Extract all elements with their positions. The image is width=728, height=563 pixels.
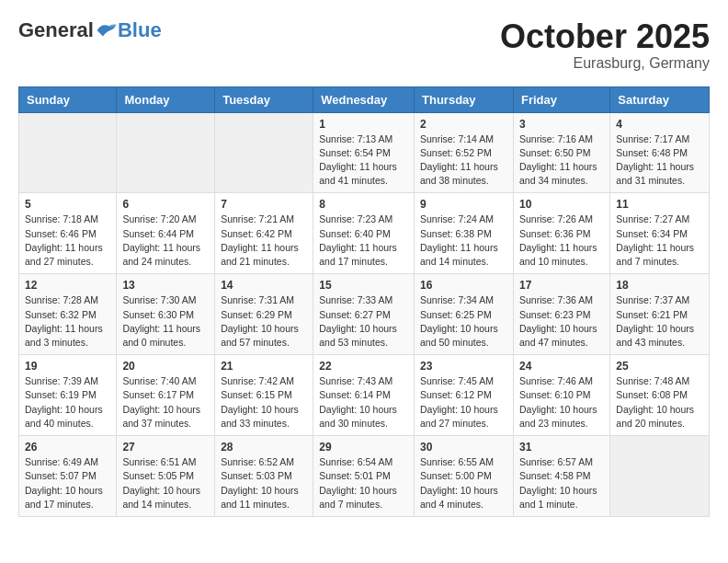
day-info: Sunrise: 7:42 AM Sunset: 6:15 PM Dayligh…: [221, 374, 307, 431]
calendar-week-row: 26Sunrise: 6:49 AM Sunset: 5:07 PM Dayli…: [19, 436, 710, 517]
calendar-cell: 19Sunrise: 7:39 AM Sunset: 6:19 PM Dayli…: [19, 355, 117, 436]
calendar-week-row: 1Sunrise: 7:13 AM Sunset: 6:54 PM Daylig…: [19, 112, 710, 193]
calendar-cell: 17Sunrise: 7:36 AM Sunset: 6:23 PM Dayli…: [513, 274, 609, 355]
day-number: 8: [319, 198, 408, 211]
day-number: 9: [420, 198, 507, 211]
day-info: Sunrise: 6:55 AM Sunset: 5:00 PM Dayligh…: [420, 455, 507, 511]
day-info: Sunrise: 7:28 AM Sunset: 6:32 PM Dayligh…: [25, 293, 110, 350]
calendar-cell: [215, 112, 313, 193]
calendar-cell: 28Sunrise: 6:52 AM Sunset: 5:03 PM Dayli…: [215, 436, 313, 517]
day-info: Sunrise: 7:24 AM Sunset: 6:38 PM Dayligh…: [420, 213, 507, 269]
day-number: 25: [616, 360, 703, 373]
day-number: 4: [616, 118, 703, 131]
calendar-cell: 6Sunrise: 7:20 AM Sunset: 6:44 PM Daylig…: [117, 193, 215, 274]
day-number: 21: [221, 360, 307, 373]
day-number: 22: [319, 360, 408, 373]
day-info: Sunrise: 7:34 AM Sunset: 6:25 PM Dayligh…: [420, 293, 507, 350]
logo-general-text: General: [18, 18, 94, 42]
day-info: Sunrise: 6:54 AM Sunset: 5:01 PM Dayligh…: [319, 455, 408, 511]
calendar-cell: 13Sunrise: 7:30 AM Sunset: 6:30 PM Dayli…: [117, 274, 215, 355]
weekday-header-wednesday: Wednesday: [313, 86, 415, 112]
day-info: Sunrise: 7:31 AM Sunset: 6:29 PM Dayligh…: [221, 293, 307, 350]
location-text: Eurasburg, Germany: [500, 55, 710, 72]
day-info: Sunrise: 6:49 AM Sunset: 5:07 PM Dayligh…: [25, 455, 110, 511]
day-info: Sunrise: 6:52 AM Sunset: 5:03 PM Dayligh…: [221, 455, 307, 511]
calendar-cell: 1Sunrise: 7:13 AM Sunset: 6:54 PM Daylig…: [313, 112, 415, 193]
calendar-cell: [610, 436, 710, 517]
month-title: October 2025: [500, 18, 710, 55]
day-info: Sunrise: 7:14 AM Sunset: 6:52 PM Dayligh…: [420, 132, 507, 189]
day-number: 30: [420, 441, 507, 454]
day-info: Sunrise: 7:18 AM Sunset: 6:46 PM Dayligh…: [25, 213, 110, 269]
day-number: 29: [319, 441, 408, 454]
day-number: 12: [25, 279, 110, 292]
day-info: Sunrise: 7:37 AM Sunset: 6:21 PM Dayligh…: [616, 293, 703, 350]
day-info: Sunrise: 7:45 AM Sunset: 6:12 PM Dayligh…: [420, 374, 507, 431]
day-info: Sunrise: 7:46 AM Sunset: 6:10 PM Dayligh…: [519, 374, 604, 431]
day-info: Sunrise: 7:16 AM Sunset: 6:50 PM Dayligh…: [519, 132, 604, 189]
logo-blue-text: Blue: [118, 18, 162, 42]
calendar-cell: 21Sunrise: 7:42 AM Sunset: 6:15 PM Dayli…: [215, 355, 313, 436]
calendar-cell: 23Sunrise: 7:45 AM Sunset: 6:12 PM Dayli…: [415, 355, 514, 436]
calendar-week-row: 5Sunrise: 7:18 AM Sunset: 6:46 PM Daylig…: [19, 193, 710, 274]
day-number: 28: [221, 441, 307, 454]
calendar-cell: 24Sunrise: 7:46 AM Sunset: 6:10 PM Dayli…: [513, 355, 609, 436]
day-info: Sunrise: 7:36 AM Sunset: 6:23 PM Dayligh…: [519, 293, 604, 350]
calendar-week-row: 12Sunrise: 7:28 AM Sunset: 6:32 PM Dayli…: [19, 274, 710, 355]
calendar-cell: 29Sunrise: 6:54 AM Sunset: 5:01 PM Dayli…: [313, 436, 415, 517]
day-number: 10: [519, 198, 604, 211]
day-number: 27: [122, 441, 209, 454]
calendar-cell: 2Sunrise: 7:14 AM Sunset: 6:52 PM Daylig…: [415, 112, 514, 193]
calendar-cell: [117, 112, 215, 193]
day-info: Sunrise: 7:39 AM Sunset: 6:19 PM Dayligh…: [25, 374, 110, 431]
day-info: Sunrise: 7:21 AM Sunset: 6:42 PM Dayligh…: [221, 213, 307, 269]
calendar-cell: 7Sunrise: 7:21 AM Sunset: 6:42 PM Daylig…: [215, 193, 313, 274]
day-number: 11: [616, 198, 703, 211]
day-number: 6: [122, 198, 209, 211]
logo: General Blue: [18, 18, 162, 42]
weekday-header-monday: Monday: [117, 86, 215, 112]
day-number: 24: [519, 360, 604, 373]
page-header: General Blue October 2025 Eurasburg, Ger…: [18, 18, 710, 72]
day-info: Sunrise: 7:23 AM Sunset: 6:40 PM Dayligh…: [319, 213, 408, 269]
calendar-cell: 20Sunrise: 7:40 AM Sunset: 6:17 PM Dayli…: [117, 355, 215, 436]
calendar-cell: 25Sunrise: 7:48 AM Sunset: 6:08 PM Dayli…: [610, 355, 710, 436]
day-number: 7: [221, 198, 307, 211]
day-info: Sunrise: 7:33 AM Sunset: 6:27 PM Dayligh…: [319, 293, 408, 350]
calendar-cell: 12Sunrise: 7:28 AM Sunset: 6:32 PM Dayli…: [19, 274, 117, 355]
day-number: 18: [616, 279, 703, 292]
calendar-cell: 8Sunrise: 7:23 AM Sunset: 6:40 PM Daylig…: [313, 193, 415, 274]
calendar-cell: 22Sunrise: 7:43 AM Sunset: 6:14 PM Dayli…: [313, 355, 415, 436]
calendar-cell: 4Sunrise: 7:17 AM Sunset: 6:48 PM Daylig…: [610, 112, 710, 193]
day-number: 16: [420, 279, 507, 292]
logo-bird-icon: [96, 21, 118, 40]
calendar-cell: 30Sunrise: 6:55 AM Sunset: 5:00 PM Dayli…: [415, 436, 514, 517]
weekday-header-saturday: Saturday: [610, 86, 710, 112]
weekday-header-sunday: Sunday: [19, 86, 117, 112]
weekday-header-thursday: Thursday: [415, 86, 514, 112]
calendar-week-row: 19Sunrise: 7:39 AM Sunset: 6:19 PM Dayli…: [19, 355, 710, 436]
day-info: Sunrise: 6:57 AM Sunset: 4:58 PM Dayligh…: [519, 455, 604, 511]
day-number: 26: [25, 441, 110, 454]
day-info: Sunrise: 7:40 AM Sunset: 6:17 PM Dayligh…: [122, 374, 209, 431]
calendar-cell: 14Sunrise: 7:31 AM Sunset: 6:29 PM Dayli…: [215, 274, 313, 355]
day-info: Sunrise: 7:13 AM Sunset: 6:54 PM Dayligh…: [319, 132, 408, 189]
day-number: 17: [519, 279, 604, 292]
day-info: Sunrise: 7:20 AM Sunset: 6:44 PM Dayligh…: [122, 213, 209, 269]
day-number: 3: [519, 118, 604, 131]
calendar-cell: 5Sunrise: 7:18 AM Sunset: 6:46 PM Daylig…: [19, 193, 117, 274]
day-number: 23: [420, 360, 507, 373]
weekday-header-friday: Friday: [513, 86, 609, 112]
day-number: 5: [25, 198, 110, 211]
calendar-cell: 26Sunrise: 6:49 AM Sunset: 5:07 PM Dayli…: [19, 436, 117, 517]
calendar-cell: 31Sunrise: 6:57 AM Sunset: 4:58 PM Dayli…: [513, 436, 609, 517]
calendar-table: SundayMondayTuesdayWednesdayThursdayFrid…: [18, 86, 710, 517]
title-block: October 2025 Eurasburg, Germany: [500, 18, 710, 72]
day-info: Sunrise: 7:48 AM Sunset: 6:08 PM Dayligh…: [616, 374, 703, 431]
day-info: Sunrise: 7:30 AM Sunset: 6:30 PM Dayligh…: [122, 293, 209, 350]
day-number: 13: [122, 279, 209, 292]
day-info: Sunrise: 7:17 AM Sunset: 6:48 PM Dayligh…: [616, 132, 703, 189]
day-number: 2: [420, 118, 507, 131]
calendar-cell: 11Sunrise: 7:27 AM Sunset: 6:34 PM Dayli…: [610, 193, 710, 274]
calendar-cell: 3Sunrise: 7:16 AM Sunset: 6:50 PM Daylig…: [513, 112, 609, 193]
